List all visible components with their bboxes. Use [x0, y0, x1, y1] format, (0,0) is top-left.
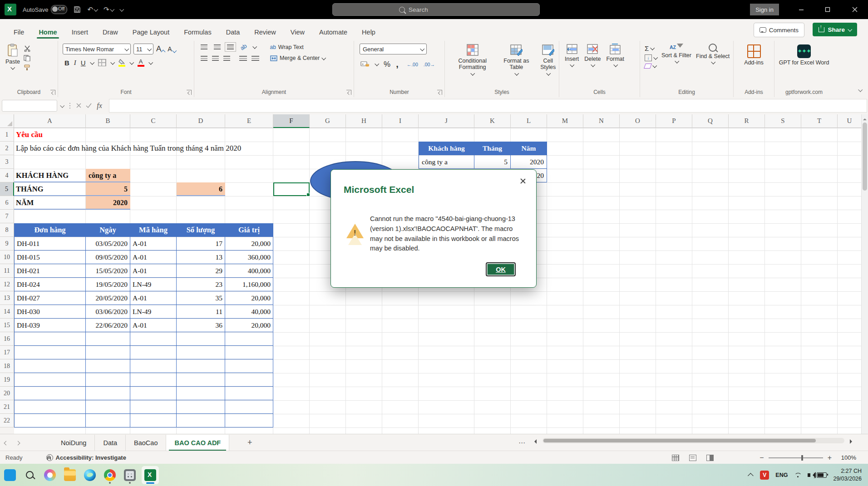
sheet-tab-menu[interactable]: ⋯ — [518, 439, 526, 447]
top-align-button[interactable] — [201, 44, 207, 49]
new-sheet-button[interactable]: + — [242, 438, 257, 447]
collapse-ribbon-button[interactable] — [858, 85, 862, 93]
fill-color-button[interactable] — [118, 59, 125, 67]
zoom-level[interactable]: 100% — [836, 454, 856, 461]
redo-button[interactable]: ↷ — [104, 5, 113, 14]
chevron-down-icon[interactable] — [110, 60, 115, 64]
empty-cell[interactable] — [177, 414, 225, 427]
hscroll-left-arrow[interactable] — [532, 439, 537, 444]
tray-expand-icon[interactable] — [748, 473, 754, 479]
empty-cell[interactable] — [86, 332, 130, 346]
empty-cell[interactable] — [177, 359, 225, 373]
column-header-R[interactable]: R — [729, 114, 765, 128]
column-header-Q[interactable]: Q — [692, 114, 729, 128]
cell-B4[interactable]: công ty a — [86, 169, 130, 182]
sign-in-button[interactable]: Sign in — [750, 4, 779, 15]
row-header-17[interactable]: 17 — [0, 346, 14, 359]
copy-button[interactable] — [24, 55, 31, 61]
empty-cell[interactable] — [225, 359, 273, 373]
column-header-S[interactable]: S — [765, 114, 801, 128]
comments-button[interactable]: Comments — [754, 23, 804, 37]
chevron-down-icon[interactable] — [375, 62, 379, 66]
ribbon-tab[interactable]: Review — [247, 25, 283, 41]
orientation-button[interactable]: ab — [239, 42, 248, 52]
order-id-cell[interactable]: DH-027 — [14, 291, 86, 305]
order-date-cell[interactable]: 15/05/2020 — [86, 264, 130, 278]
excel-app-icon[interactable] — [5, 4, 16, 15]
row-header-7[interactable]: 7 — [0, 210, 14, 223]
font-size-combo[interactable]: 11 — [133, 44, 153, 54]
order-id-cell[interactable]: DH-015 — [14, 250, 86, 264]
empty-cell[interactable] — [86, 359, 130, 373]
column-header-B[interactable]: B — [86, 114, 130, 128]
dialog-ok-button[interactable]: OK — [486, 262, 516, 276]
row-header-22[interactable]: 22 — [0, 414, 14, 427]
increase-decimal-button[interactable]: ←.00 — [407, 62, 418, 67]
empty-cell[interactable] — [14, 359, 86, 373]
row-header-15[interactable]: 15 — [0, 319, 14, 332]
chrome-browser-icon[interactable] — [104, 469, 116, 481]
formula-input[interactable] — [109, 99, 867, 113]
insert-function-button[interactable]: fx — [94, 102, 105, 110]
cell-B6[interactable]: 2020 — [86, 196, 130, 210]
wrap-text-button[interactable]: ab Wrap Text — [270, 44, 303, 50]
alignment-dialog-launcher[interactable] — [346, 90, 351, 95]
row-header-8[interactable]: 8 — [0, 223, 14, 237]
column-header-N[interactable]: N — [583, 114, 620, 128]
find-select-button[interactable]: Find & Select — [696, 44, 730, 69]
order-date-cell[interactable]: 20/05/2020 — [86, 291, 130, 305]
search-box[interactable]: Search — [332, 3, 540, 16]
align-right-button[interactable] — [223, 56, 230, 61]
close-button[interactable] — [844, 0, 865, 19]
cell-A1[interactable]: Yêu cầu — [16, 128, 43, 142]
decrease-indent-button[interactable] — [239, 56, 247, 61]
file-explorer-icon[interactable] — [64, 469, 76, 481]
undo-button[interactable]: ↶ — [87, 5, 97, 14]
chevron-down-icon[interactable] — [129, 60, 134, 64]
order-id-cell[interactable]: DH-021 — [14, 264, 86, 278]
empty-cell[interactable] — [130, 414, 177, 427]
row-header-1[interactable]: 1 — [0, 128, 14, 142]
row-header-2[interactable]: 2 — [0, 142, 14, 155]
conditional-formatting-button[interactable]: Conditional Formatting — [449, 44, 495, 75]
ribbon-tab[interactable]: Page Layout — [125, 25, 177, 41]
column-header-P[interactable]: P — [656, 114, 692, 128]
chevron-down-icon[interactable] — [90, 60, 94, 64]
sheet-nav-right[interactable] — [12, 439, 24, 446]
underline-button[interactable]: U — [81, 59, 86, 67]
paste-button[interactable]: Paste — [5, 44, 20, 71]
order-value-cell[interactable]: 40,000 — [225, 305, 273, 319]
order-qty-cell[interactable]: 17 — [177, 237, 225, 250]
cell-A5[interactable]: THÁNG — [16, 182, 44, 196]
horizontal-scrollbar[interactable] — [542, 438, 844, 443]
addins-button[interactable]: Add-ins — [734, 44, 774, 66]
volume-icon[interactable] — [808, 473, 810, 477]
clear-button[interactable] — [645, 64, 657, 69]
row-header-5[interactable]: 5 — [0, 182, 14, 196]
empty-cell[interactable] — [225, 346, 273, 359]
order-date-cell[interactable]: 22/06/2020 — [86, 319, 130, 332]
clock[interactable]: 2:27 CH 29/03/2026 — [833, 467, 862, 483]
font-name-combo[interactable]: Times New Romar — [63, 44, 131, 54]
zoom-out-button[interactable]: − — [760, 454, 764, 462]
customize-quick-access-button[interactable] — [120, 8, 123, 11]
empty-cell[interactable] — [14, 414, 86, 427]
column-header-O[interactable]: O — [620, 114, 656, 128]
row-header-11[interactable]: 11 — [0, 264, 14, 278]
row-header-20[interactable]: 20 — [0, 387, 14, 400]
format-as-table-button[interactable]: Format as Table — [500, 44, 533, 75]
tray-app-icon[interactable]: V — [760, 471, 769, 480]
order-qty-cell[interactable]: 36 — [177, 319, 225, 332]
battery-icon[interactable] — [817, 472, 827, 478]
empty-cell[interactable] — [225, 387, 273, 400]
percent-style-button[interactable]: % — [384, 60, 390, 69]
column-header-L[interactable]: L — [511, 114, 547, 128]
borders-button[interactable] — [98, 59, 106, 66]
ribbon-tab[interactable]: File — [6, 25, 31, 41]
save-button[interactable] — [74, 6, 81, 13]
format-cells-button[interactable]: Format — [606, 44, 624, 67]
autosum-button[interactable]: Σ — [645, 44, 657, 52]
empty-cell[interactable] — [177, 387, 225, 400]
row-header-19[interactable]: 19 — [0, 373, 14, 387]
order-code-cell[interactable]: A-01 — [130, 319, 177, 332]
